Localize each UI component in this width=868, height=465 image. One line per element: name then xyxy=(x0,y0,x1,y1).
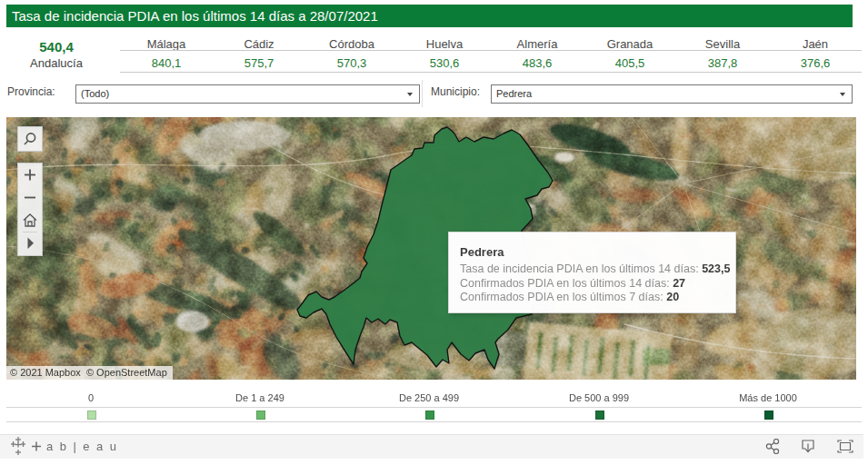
svg-text:ab|eau: ab|eau xyxy=(46,440,124,453)
